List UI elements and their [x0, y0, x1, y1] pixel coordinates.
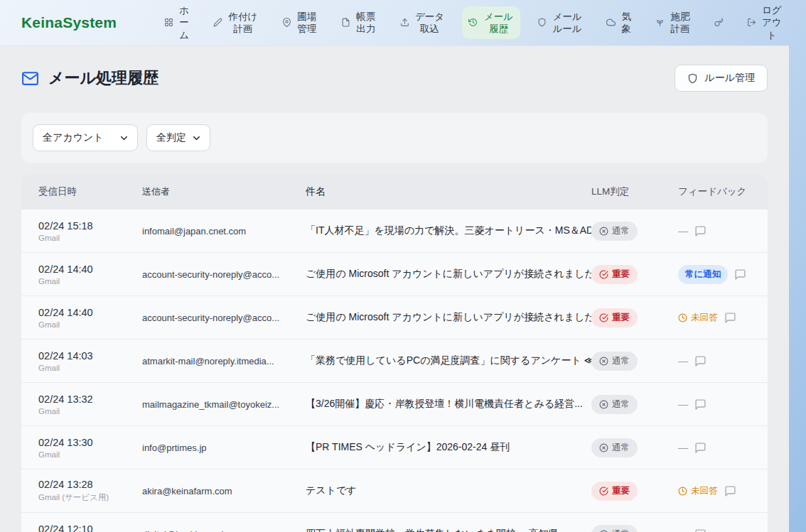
account-filter-select[interactable]: 全アカウント — [33, 124, 138, 151]
nav-item-label: 気象 — [620, 11, 632, 36]
sender: mailmagazine_tkmail@toyokeiz... — [142, 399, 306, 410]
llm-judgement-badge: 通常 — [591, 438, 638, 457]
feedback-none: — — [678, 528, 688, 532]
key-icon — [714, 18, 724, 27]
llm-judgement-badge: 重要 — [591, 308, 638, 327]
table-row[interactable]: 02/24 15:18 Gmail infomail@japan.cnet.co… — [21, 209, 768, 252]
upload-icon — [400, 18, 409, 27]
rule-management-button[interactable]: ルール管理 — [675, 65, 768, 92]
nav-item-label: 施肥計画 — [670, 11, 691, 36]
account-label: Gmail — [38, 234, 142, 242]
sender: akira@keinafarm.com — [142, 486, 306, 496]
x-circle-icon — [599, 227, 608, 236]
account-label: Gmail — [38, 277, 142, 286]
shield-icon — [537, 18, 547, 27]
subject: 四万十福祉専門学校、学生募集しないまま閉校へ 高知県... — [306, 528, 591, 532]
nav-item-label: 圃場管理 — [296, 11, 318, 36]
subject: ご使用の Microsoft アカウントに新しいアプリが接続されました — [306, 311, 591, 324]
table-row[interactable]: 02/24 13:32 Gmail mailmagazine_tkmail@to… — [21, 382, 768, 425]
table-row[interactable]: 02/24 14:40 Gmail account-security-norep… — [21, 252, 768, 295]
main-content: メール処理履歴 ルール管理 全アカウント 全判定 受信日時 送信者 件名 LLM… — [0, 45, 789, 532]
nav-item-データ取込[interactable]: データ取込 — [394, 6, 452, 40]
check-circle-icon — [599, 313, 608, 322]
account-label: Gmail — [38, 450, 142, 459]
sender: infomail@japan.cnet.com — [142, 226, 306, 237]
subject: 「業務で使用しているPCの満足度調査」に関するアンケート ≪... — [306, 354, 591, 367]
judgement-filter-select[interactable]: 全判定 — [146, 124, 210, 151]
received-datetime: 02/24 14:40 — [38, 264, 142, 275]
table-row[interactable]: 02/24 13:28 Gmail (サービス用) akira@keinafar… — [21, 469, 768, 512]
mail-history-table: 受信日時 送信者 件名 LLM判定 フィードバック 02/24 15:18 Gm… — [21, 174, 768, 532]
feedback-pending-badge: 未回答 — [678, 485, 718, 497]
account-label: Gmail (サービス用) — [38, 492, 142, 503]
nav-item-label: 帳票出力 — [355, 11, 377, 36]
nav-item-施肥計画[interactable]: 施肥計画 — [649, 6, 697, 40]
comment-icon[interactable] — [694, 225, 706, 237]
received-datetime: 02/24 13:30 — [38, 437, 142, 448]
cloud-icon — [606, 18, 616, 27]
table-row[interactable]: 02/24 14:40 Gmail account-security-norep… — [21, 295, 768, 339]
subject: 「IT人材不足」を現場の力で解決。三菱オートリース・MS＆AD... — [306, 224, 591, 237]
page-title: メール処理履歴 — [21, 67, 158, 89]
title-row: メール処理履歴 ルール管理 — [21, 65, 768, 92]
comment-icon[interactable] — [694, 398, 706, 411]
sender: digital@kochinews.jp — [142, 529, 306, 532]
clock-icon — [678, 487, 687, 496]
nav-item-帳票出力[interactable]: 帳票出力 — [335, 6, 383, 40]
nav-item-label: メールルール — [552, 11, 583, 36]
table-row[interactable]: 02/24 14:03 Gmail atmarkit-mail@noreply.… — [21, 339, 768, 382]
top-navigation: KeinaSystem ホーム 作付け計画 圃場管理 帳票出力 データ取込 メー… — [0, 0, 806, 45]
comment-icon[interactable] — [724, 312, 736, 324]
comment-icon[interactable] — [694, 355, 706, 367]
mail-icon — [21, 70, 39, 87]
account-filter-value: 全アカウント — [43, 131, 104, 144]
nav-item-label: ホーム — [178, 4, 190, 41]
subject: 【PR TIMES ヘッドライン】2026-02-24 昼刊 — [306, 441, 591, 454]
nav-item-ログアウト[interactable]: ログアウト — [741, 0, 789, 45]
table-body: 02/24 15:18 Gmail infomail@japan.cnet.co… — [21, 209, 768, 532]
nav-item-label: ログアウト — [761, 4, 783, 41]
feedback-none: — — [678, 442, 688, 453]
llm-judgement-badge: 通常 — [591, 352, 638, 371]
subject: テストです — [306, 484, 591, 497]
nav-item-label: 作付け計画 — [227, 11, 259, 36]
history-icon — [468, 18, 478, 27]
nav-item-圃場管理[interactable]: 圃場管理 — [276, 6, 324, 40]
check-circle-icon — [599, 270, 608, 279]
comment-icon[interactable] — [694, 442, 706, 454]
feedback-always-notify-badge: 常に通知 — [678, 265, 728, 284]
sender: account-security-noreply@acco... — [142, 269, 306, 280]
feedback-none: — — [678, 398, 688, 410]
feedback-none: — — [678, 355, 688, 367]
nav-item-作付け計画[interactable]: 作付け計画 — [207, 6, 265, 40]
subject: ご使用の Microsoft アカウントに新しいアプリが接続されました — [306, 268, 591, 281]
received-datetime: 02/24 14:03 — [38, 350, 142, 362]
grid-icon — [164, 18, 173, 27]
llm-judgement-badge: 通常 — [591, 222, 638, 241]
nav-item-メールルール[interactable]: メールルール — [531, 6, 589, 40]
filter-card: 全アカウント 全判定 — [21, 113, 768, 163]
table-row[interactable]: 02/24 12:10 Gmail digital@kochinews.jp 四… — [21, 512, 768, 532]
feedback-none: — — [678, 225, 688, 237]
header-subject: 件名 — [306, 185, 591, 198]
llm-judgement-badge: 重要 — [591, 265, 638, 284]
nav-item-メール履歴[interactable]: メール履歴 — [462, 6, 520, 40]
nav-item-key[interactable] — [708, 13, 730, 31]
nav-item-気象[interactable]: 気象 — [600, 6, 638, 40]
received-datetime: 02/24 13:32 — [38, 393, 142, 405]
table-row[interactable]: 02/24 13:30 Gmail info@prtimes.jp 【PR TI… — [21, 425, 768, 469]
comment-icon[interactable] — [724, 485, 736, 497]
account-label: Gmail — [38, 364, 142, 372]
llm-judgement-badge: 重要 — [591, 482, 638, 501]
clock-icon — [678, 313, 687, 322]
page-title-text: メール処理履歴 — [48, 67, 158, 89]
check-circle-icon — [599, 487, 608, 496]
logout-icon — [747, 18, 756, 27]
pencil-icon — [213, 18, 222, 27]
nav-item-ホーム[interactable]: ホーム — [158, 0, 196, 45]
comment-icon[interactable] — [734, 268, 746, 281]
shield-icon — [687, 73, 698, 84]
x-circle-icon — [599, 357, 608, 366]
comment-icon[interactable] — [694, 528, 706, 532]
subject: 【3/26開催】慶応・岸教授登壇！横川電機責任者とみる経営... — [306, 398, 591, 411]
